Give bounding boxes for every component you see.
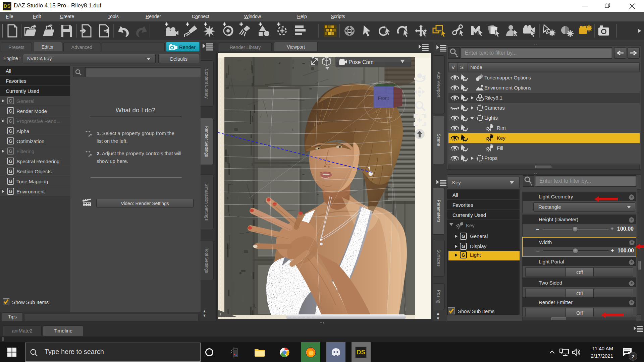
svg-text:Pose Cam: Pose Cam — [348, 59, 374, 65]
svg-text:Front: Front — [378, 96, 389, 101]
